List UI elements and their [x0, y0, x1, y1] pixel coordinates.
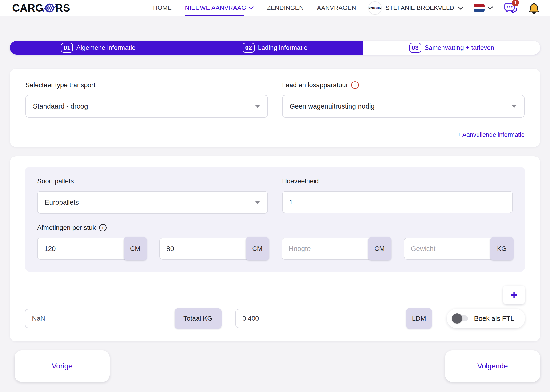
main-nav: HOME NIEUWE AANVRAAG ZENDINGEN AANVRAGEN: [153, 0, 356, 16]
wizard-steps: 01 Algemene informatie 02 Lading informa…: [10, 41, 540, 55]
unit-chip-totaal-kg: Totaal KG: [175, 308, 221, 329]
unit-chip-kg: KG: [490, 237, 514, 260]
active-nav-underline: [185, 15, 244, 16]
step-label: Algemene informatie: [76, 44, 135, 51]
cargo-info-card: Soort pallets Europallets Hoeveelheid Af…: [10, 156, 540, 342]
wheel-icon: [44, 3, 55, 13]
unit-chip-cm: CM: [123, 237, 147, 260]
height-field: CM: [282, 238, 391, 260]
messages-button[interactable]: 1: [504, 2, 517, 14]
step-samenvatting-tarieven[interactable]: 03 Samenvatting + tarieven: [364, 41, 540, 55]
chevron-down-icon: [487, 6, 493, 10]
next-button[interactable]: Volgende: [445, 350, 540, 382]
weight-field: KG: [404, 238, 513, 260]
ldm-input[interactable]: [236, 309, 431, 328]
quantity-label: Hoeveelheid: [282, 177, 513, 185]
user-name: STEFANIE BROEKVELD: [385, 4, 454, 12]
ftl-toggle-switch[interactable]: [453, 313, 468, 324]
equipment-select[interactable]: Geen wagenuitrusting nodig: [282, 95, 525, 118]
netherlands-flag-icon: [474, 4, 485, 12]
toggle-knob: [452, 313, 462, 324]
step-number: 01: [61, 43, 73, 53]
logo-text-suffix: RS: [56, 2, 70, 14]
transport-type-select[interactable]: Standaard - droog: [25, 95, 268, 118]
nav-item-zendingen[interactable]: ZENDINGEN: [267, 0, 304, 16]
ftl-toggle-pill: Boek als FTL: [447, 308, 525, 328]
user-menu[interactable]: CARG◉RS STEFANIE BROEKVELD: [368, 1, 464, 14]
bell-icon: [528, 2, 540, 14]
unit-chip-cm: CM: [246, 237, 269, 260]
additional-info-link[interactable]: + Aanvullende informatie: [457, 131, 525, 138]
nav-item-home[interactable]: HOME: [153, 0, 172, 16]
quantity-input[interactable]: [282, 191, 513, 213]
pallet-type-select[interactable]: Europallets: [37, 191, 268, 214]
previous-button[interactable]: Vorige: [14, 350, 110, 382]
transport-info-card: Selecteer type transport Standaard - dro…: [10, 69, 540, 147]
avatar: CARG◉RS: [368, 1, 382, 14]
info-icon[interactable]: i: [351, 81, 359, 89]
nav-item-aanvragen[interactable]: AANVRAGEN: [317, 0, 356, 16]
unread-messages-badge: 1: [512, 0, 519, 6]
info-icon[interactable]: i: [99, 224, 107, 231]
unit-chip-cm: CM: [368, 237, 392, 260]
chevron-down-icon: [458, 6, 464, 10]
unit-chip-ldm: LDM: [406, 308, 432, 329]
logo-text-prefix: CARG: [12, 2, 44, 14]
dropdown-arrow-icon: [255, 201, 260, 204]
language-selector[interactable]: [474, 4, 493, 12]
equipment-value: Geen wagenuitrusting nodig: [290, 102, 374, 110]
nav-item-nieuwe-aanvraag[interactable]: NIEUWE AANVRAAG: [185, 0, 254, 16]
pallet-row-panel: Soort pallets Europallets Hoeveelheid Af…: [25, 167, 525, 272]
step-number: 02: [243, 43, 255, 53]
transport-type-value: Standaard - droog: [33, 102, 88, 110]
dimensions-label: Afmetingen per stuk i: [37, 224, 513, 231]
width-field: CM: [159, 238, 269, 260]
dropdown-arrow-icon: [512, 105, 517, 108]
divider: [25, 135, 452, 135]
notifications-button[interactable]: [528, 2, 540, 14]
ftl-toggle-label: Boek als FTL: [474, 315, 514, 322]
top-navbar: CARG RS HOME NIEUWE AANVRAAG: [0, 0, 550, 16]
equipment-label: Laad en losapparatuur i: [282, 81, 525, 89]
step-algemene-informatie[interactable]: 01 Algemene informatie: [10, 41, 186, 55]
chevron-down-icon: [249, 6, 254, 9]
total-weight-field: Totaal KG: [25, 309, 221, 328]
mini-wheel-icon: ◉: [376, 6, 378, 9]
step-number: 03: [409, 43, 421, 53]
pallet-type-value: Europallets: [45, 199, 79, 206]
add-cargo-row-button[interactable]: +: [503, 286, 525, 304]
step-label: Samenvatting + tarieven: [425, 44, 494, 51]
step-label: Lading informatie: [258, 44, 307, 51]
ldm-field: LDM: [236, 309, 431, 328]
length-field: CM: [37, 238, 146, 260]
transport-type-label: Selecteer type transport: [25, 81, 268, 89]
pallet-type-label: Soort pallets: [37, 177, 268, 185]
cargors-logo[interactable]: CARG RS: [12, 2, 70, 14]
dropdown-arrow-icon: [255, 105, 260, 108]
step-lading-informatie[interactable]: 02 Lading informatie: [186, 41, 363, 55]
